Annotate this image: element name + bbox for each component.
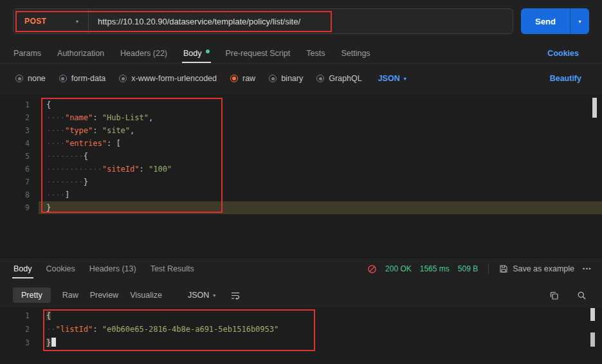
scrollbar-thumb[interactable]	[590, 308, 595, 321]
send-options-chevron-icon[interactable]: ▾	[570, 8, 589, 34]
body-type-raw[interactable]: raw	[230, 74, 255, 83]
chevron-down-icon: ▾	[404, 76, 406, 82]
url-input[interactable]: https://10.10.20.90/dataservice/template…	[89, 17, 300, 26]
line-number: 7	[0, 176, 30, 188]
radio-selected-icon	[230, 75, 238, 82]
scrollbar-thumb[interactable]	[590, 332, 595, 347]
send-button[interactable]: Send ▾	[521, 8, 589, 34]
body-language-select[interactable]: JSON▾	[378, 74, 406, 83]
line-number: 3	[0, 336, 30, 350]
tab-label: Cookies	[46, 264, 75, 273]
body-type-x-www-form-urlencoded[interactable]: x-www-form-urlencoded	[119, 74, 217, 83]
code-line: 3····"type": "site",	[0, 124, 602, 137]
code-text: ····"entries": [	[46, 137, 121, 150]
copy-icon[interactable]	[549, 291, 559, 300]
tab-label: Authorization	[57, 49, 104, 58]
code-line: 3}	[0, 336, 602, 350]
code-line: 1{	[0, 98, 602, 111]
code-text: {	[46, 309, 51, 323]
method-selector[interactable]: POST ▾	[14, 9, 89, 33]
response-body-editor[interactable]: 1{2··"listId": "e0b60e65-2816-4b8e-a691-…	[0, 307, 602, 364]
network-warning-icon[interactable]	[367, 264, 377, 274]
code-line: 5········{	[0, 150, 602, 163]
line-number: 9	[0, 201, 30, 214]
tab-response-headers[interactable]: Headers (13)	[89, 264, 136, 273]
body-present-dot	[206, 50, 210, 53]
response-divider	[0, 257, 602, 258]
response-meta: 200 OK 1565 ms 509 B Save as example •••	[367, 264, 592, 274]
tab-headers[interactable]: Headers (22)	[120, 49, 167, 58]
language-label: JSON	[188, 291, 209, 300]
code-line: 4····"entries": [	[0, 137, 602, 150]
beautify-link[interactable]: Beautify	[550, 74, 581, 83]
request-bar: POST ▾ https://10.10.20.90/dataservice/t…	[13, 8, 589, 34]
tab-params[interactable]: Params	[14, 49, 41, 58]
request-body-editor[interactable]: 1{2····"name": "Hub-List",3····"type": "…	[0, 94, 602, 257]
tab-authorization[interactable]: Authorization	[57, 49, 104, 58]
tab-response-body[interactable]: Body	[14, 264, 32, 273]
response-language-select[interactable]: JSON▾	[188, 291, 215, 300]
response-size[interactable]: 509 B	[458, 264, 478, 273]
tab-pre-request-script[interactable]: Pre-request Script	[226, 49, 291, 58]
tabs-divider	[0, 63, 602, 64]
tab-label: Params	[14, 49, 41, 58]
tab-label: Tests	[306, 49, 325, 58]
tab-body[interactable]: Body	[183, 49, 210, 58]
wrap-lines-icon[interactable]	[231, 291, 241, 300]
tab-label: Settings	[341, 49, 370, 58]
response-header: Body Cookies Headers (13) Test Results 2…	[14, 259, 592, 279]
line-number: 5	[0, 150, 30, 163]
radio-icon	[119, 75, 127, 82]
view-preview-button[interactable]: Preview	[90, 291, 118, 300]
save-as-example-label: Save as example	[513, 264, 574, 273]
request-tabs: Params Authorization Headers (22) Body P…	[14, 44, 579, 63]
chevron-down-icon: ▾	[213, 293, 215, 298]
more-options-button[interactable]: •••	[583, 266, 592, 272]
radio-icon	[15, 75, 23, 82]
radio-label: none	[28, 74, 46, 83]
response-toolbar: Pretty Raw Preview Visualize JSON▾	[13, 285, 587, 305]
send-label[interactable]: Send	[521, 8, 570, 34]
radio-icon	[269, 75, 277, 82]
line-number: 1	[0, 309, 30, 323]
code-line: 1{	[0, 309, 602, 323]
body-type-binary[interactable]: binary	[269, 74, 303, 83]
tab-test-results[interactable]: Test Results	[150, 264, 194, 273]
tab-tests[interactable]: Tests	[306, 49, 325, 58]
radio-label: binary	[281, 74, 303, 83]
body-type-none[interactable]: none	[15, 74, 46, 83]
tab-settings[interactable]: Settings	[341, 49, 370, 58]
code-text: ····"name": "Hub-List",	[46, 111, 153, 124]
tab-response-cookies[interactable]: Cookies	[46, 264, 75, 273]
radio-label: raw	[242, 74, 255, 83]
code-line: 6············"siteId": "100"	[0, 163, 602, 176]
radio-label: form-data	[71, 74, 106, 83]
status-code[interactable]: 200 OK	[385, 264, 412, 273]
code-text: ············"siteId": "100"	[46, 163, 172, 176]
toolbar-right-icons	[549, 291, 587, 300]
line-number: 6	[0, 163, 30, 176]
save-as-example-button[interactable]: Save as example	[499, 264, 574, 273]
search-icon[interactable]	[577, 291, 587, 300]
body-type-graphql[interactable]: GraphQL	[316, 74, 361, 83]
line-number: 1	[0, 98, 30, 111]
radio-icon	[316, 75, 324, 82]
code-text: ····]	[46, 188, 69, 201]
code-text: ··"listId": "e0b60e65-2816-4b8e-a691-5eb…	[46, 323, 278, 336]
view-raw-button[interactable]: Raw	[62, 291, 78, 300]
view-visualize-button[interactable]: Visualize	[130, 291, 162, 300]
response-time[interactable]: 1565 ms	[420, 264, 450, 273]
tab-label: Body	[14, 264, 32, 273]
radio-label: x-www-form-urlencoded	[131, 74, 217, 83]
line-number: 2	[0, 111, 30, 124]
save-icon	[499, 264, 508, 273]
scrollbar-thumb[interactable]	[592, 98, 597, 118]
language-label: JSON	[378, 74, 400, 83]
view-pretty-button[interactable]: Pretty	[13, 287, 51, 303]
code-text: ····"type": "site",	[46, 124, 134, 137]
code-line: 7········}	[0, 176, 602, 188]
body-type-form-data[interactable]: form-data	[59, 74, 106, 83]
code-text: }	[46, 201, 51, 214]
cookies-link[interactable]: Cookies	[547, 49, 579, 58]
code-text: ········{	[46, 150, 88, 163]
